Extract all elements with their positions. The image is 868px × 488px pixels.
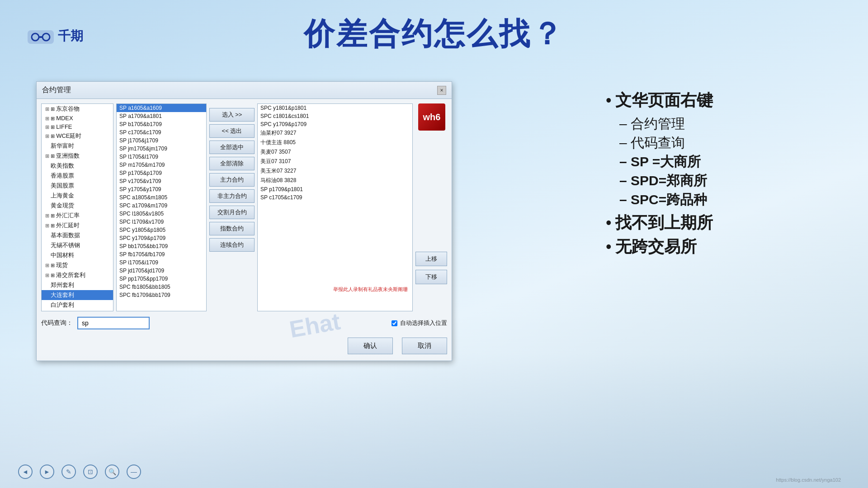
list-item[interactable]: SPC l1805&v1805 bbox=[117, 210, 206, 218]
list-item[interactable]: SP a1605&a1609 bbox=[117, 104, 206, 112]
list-item[interactable]: SP y1705&y1709 bbox=[117, 185, 206, 193]
selected-item: 美玉米07 3227 bbox=[258, 166, 412, 176]
move_down-button[interactable]: 下移 bbox=[415, 270, 447, 284]
tree-item[interactable]: ⊞ 现货 bbox=[42, 260, 113, 270]
sub-note: SPC=跨品种 bbox=[619, 190, 841, 209]
list-item[interactable]: SPC y1805&p1805 bbox=[117, 226, 206, 234]
bottom-nav: ◄►✎⊡🔍— bbox=[18, 465, 141, 479]
tree-item[interactable]: 郑州套利 bbox=[42, 280, 113, 290]
list-item[interactable]: SPC l1709&v1709 bbox=[117, 218, 206, 226]
bullet-text: 文华页面右键 bbox=[615, 90, 713, 110]
nav-button-0[interactable]: ◄ bbox=[18, 465, 33, 479]
svg-rect-3 bbox=[39, 36, 42, 38]
list-item[interactable]: SP jm1705&jm1709 bbox=[117, 145, 206, 153]
list-item[interactable]: SP jd1705&jd1709 bbox=[117, 267, 206, 275]
tree-item[interactable]: 欧美指数 bbox=[42, 161, 113, 171]
tree-item[interactable]: 黄金现货 bbox=[42, 201, 113, 211]
bullet-text: 无跨交易所 bbox=[615, 237, 697, 256]
list-item[interactable]: SP c1705&c1709 bbox=[117, 128, 206, 136]
selected-item: 美豆07 3107 bbox=[258, 157, 412, 166]
list-item[interactable]: SP v1705&v1709 bbox=[117, 177, 206, 185]
tree-item[interactable]: 中国材料 bbox=[42, 250, 113, 260]
note-bullet-1: • 找不到上期所 bbox=[606, 213, 841, 232]
watermark-text: 举报此人录制有礼品夜未央斯阐珊 bbox=[333, 286, 408, 293]
dialog-title-bar: 合约管理 × bbox=[37, 82, 452, 99]
delivery_month-button[interactable]: 交割月合约 bbox=[209, 206, 255, 219]
selected-item: 马棕油08 3828 bbox=[258, 176, 412, 185]
non_main-button[interactable]: 非主力合约 bbox=[209, 189, 255, 203]
list-item[interactable]: SPC fb1805&bb1805 bbox=[117, 283, 206, 291]
tree-item[interactable]: ⊞ 亚洲指数 bbox=[42, 151, 113, 161]
sub-notes-0: 合约管理代码查询SP =大商所SPD=郑商所SPC=跨品种 bbox=[619, 114, 841, 209]
contract-management-dialog: 合约管理 × ⊞ 东京谷物⊞ MDEX⊞ LIFFE⊞ WCE延时新华富时⊞ 亚… bbox=[36, 81, 452, 361]
select_all-button[interactable]: 全部选中 bbox=[209, 141, 255, 154]
list-item[interactable]: SP m1705&m1709 bbox=[117, 161, 206, 169]
dialog-bottom-row: 代码查询： 自动选择插入位置 bbox=[41, 315, 447, 331]
selected-item: SPC y1709&p1709 bbox=[258, 120, 412, 128]
tree-item[interactable]: ⊞ WCE延时 bbox=[42, 131, 113, 141]
continuous-button[interactable]: 连续合约 bbox=[209, 238, 255, 252]
nav-button-3[interactable]: ⊡ bbox=[83, 465, 98, 479]
sub-note: 合约管理 bbox=[619, 114, 841, 133]
selected-item: 十债主连 8805 bbox=[258, 138, 412, 147]
list-item[interactable]: SPC a1709&m1709 bbox=[117, 202, 206, 210]
list-item[interactable]: SP i1705&i1709 bbox=[117, 258, 206, 267]
selected-item: 美麦07 3507 bbox=[258, 147, 412, 157]
main_contract-button[interactable]: 主力合约 bbox=[209, 173, 255, 187]
logo-text: 千期 bbox=[58, 28, 83, 45]
tree-item[interactable]: 基本面数据 bbox=[42, 230, 113, 240]
url-watermark: https://blog.csdn.net/ynga102 bbox=[776, 477, 841, 483]
list-item[interactable]: SP bb1705&bb1709 bbox=[117, 242, 206, 250]
sub-note: SP =大商所 bbox=[619, 152, 841, 171]
tree-item[interactable]: 白沪套利 bbox=[42, 300, 113, 310]
confirm-button[interactable]: 确认 bbox=[348, 338, 393, 354]
dialog-footer: 确认 取消 bbox=[41, 335, 447, 356]
list-item[interactable]: SP fb1705&fb1709 bbox=[117, 250, 206, 258]
dialog-body: ⊞ 东京谷物⊞ MDEX⊞ LIFFE⊞ WCE延时新华富时⊞ 亚洲指数欧美指数… bbox=[37, 99, 452, 361]
list-item[interactable]: SPC a1805&m1805 bbox=[117, 193, 206, 202]
tree-item[interactable]: ⊞ LIFFE bbox=[42, 122, 113, 131]
list-item[interactable]: SP l1705&l1709 bbox=[117, 153, 206, 161]
tree-panel[interactable]: ⊞ 东京谷物⊞ MDEX⊞ LIFFE⊞ WCE延时新华富时⊞ 亚洲指数欧美指数… bbox=[41, 103, 113, 311]
list-item[interactable]: SP a1709&a1801 bbox=[117, 112, 206, 120]
select_in-button[interactable]: 选入 >> bbox=[209, 108, 255, 122]
tree-item[interactable]: 无锡不锈钢 bbox=[42, 240, 113, 250]
sub-note: SPD=郑商所 bbox=[619, 171, 841, 190]
tree-item[interactable]: ⊞ 外汇汇率 bbox=[42, 211, 113, 221]
selected-panel[interactable]: SPC y1801&p1801SPC c1801&cs1801SPC y1709… bbox=[257, 103, 413, 311]
tree-item[interactable]: 美国股票 bbox=[42, 181, 113, 191]
dialog-title: 合约管理 bbox=[42, 85, 71, 95]
tree-item[interactable]: 上海黄金 bbox=[42, 191, 113, 201]
tree-item[interactable]: 大连套利 bbox=[42, 290, 113, 300]
nav-button-2[interactable]: ✎ bbox=[61, 465, 76, 479]
nav-button-4[interactable]: 🔍 bbox=[105, 465, 119, 479]
selected-item: SP c1705&c1709 bbox=[258, 193, 412, 202]
tree-item[interactable]: ⊞ 港交所套利 bbox=[42, 270, 113, 280]
list-item[interactable]: SPC fb1709&bb1709 bbox=[117, 291, 206, 299]
cancel-button[interactable]: 取消 bbox=[402, 338, 447, 354]
move_up-button[interactable]: 上移 bbox=[415, 252, 447, 266]
contract-list-panel[interactable]: SP a1605&a1609SP a1709&a1801SP b1705&b17… bbox=[116, 103, 207, 311]
nav-button-5[interactable]: — bbox=[127, 465, 141, 479]
dialog-close-button[interactable]: × bbox=[437, 86, 446, 95]
tree-item[interactable]: ⊞ MDEX bbox=[42, 114, 113, 122]
tree-item[interactable]: 香港股票 bbox=[42, 171, 113, 181]
list-item[interactable]: SP j1705&j1709 bbox=[117, 136, 206, 145]
list-item[interactable]: SP pp1705&pp1709 bbox=[117, 275, 206, 283]
select_out-button[interactable]: << 选出 bbox=[209, 124, 255, 138]
nav-button-1[interactable]: ► bbox=[40, 465, 54, 479]
list-item[interactable]: SPC y1709&p1709 bbox=[117, 234, 206, 242]
selected-item: 油菜籽07 3927 bbox=[258, 128, 412, 138]
tree-item[interactable]: ⊞ 东京谷物 bbox=[42, 104, 113, 114]
note-bullet-2: • 无跨交易所 bbox=[606, 237, 841, 256]
list-item[interactable]: SP p1705&p1709 bbox=[117, 169, 206, 177]
sub-note: 代码查询 bbox=[619, 133, 841, 152]
tree-item[interactable]: 新华富时 bbox=[42, 141, 113, 151]
list-item[interactable]: SP b1705&b1709 bbox=[117, 120, 206, 128]
clear_all-button[interactable]: 全部清除 bbox=[209, 157, 255, 170]
selected-item: SPC c1801&cs1801 bbox=[258, 112, 412, 120]
auto-insert-checkbox[interactable] bbox=[392, 320, 397, 326]
tree-item[interactable]: ⊞ 外汇延时 bbox=[42, 221, 113, 230]
index_contract-button[interactable]: 指数合约 bbox=[209, 222, 255, 235]
code-search-input[interactable] bbox=[77, 317, 150, 329]
